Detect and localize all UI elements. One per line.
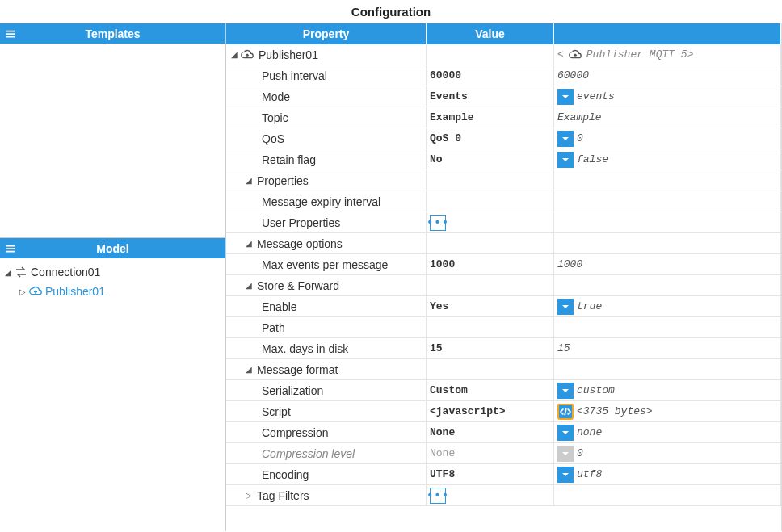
default-text: true bbox=[577, 300, 602, 312]
value-cell bbox=[427, 170, 554, 191]
property-cell[interactable]: ◢Message options bbox=[226, 233, 427, 253]
value-cell[interactable]: UTF8 bbox=[427, 464, 554, 484]
default-text: 60000 bbox=[557, 69, 589, 82]
value-text: UTF8 bbox=[430, 468, 455, 480]
collapse-icon[interactable]: ◢ bbox=[229, 50, 239, 59]
default-cell: custom bbox=[554, 380, 781, 400]
property-cell[interactable]: ◢Message format bbox=[226, 359, 427, 379]
property-label: Properties bbox=[254, 174, 309, 187]
property-row: EncodingUTF8utf8 bbox=[226, 464, 781, 485]
property-cell: Compression bbox=[226, 422, 427, 442]
cloud-upload-icon bbox=[27, 286, 44, 297]
header-value: Value bbox=[427, 23, 554, 44]
dropdown-button[interactable] bbox=[557, 425, 574, 441]
value-cell: ••• bbox=[427, 485, 554, 505]
value-cell[interactable]: None bbox=[427, 422, 554, 442]
value-cell[interactable] bbox=[427, 317, 554, 337]
hamburger-icon[interactable] bbox=[0, 23, 21, 44]
collapse-icon[interactable]: ◢ bbox=[244, 365, 254, 374]
property-cell: Topic bbox=[226, 107, 427, 128]
value-cell[interactable]: 15 bbox=[427, 338, 554, 358]
dropdown-button[interactable] bbox=[557, 467, 574, 483]
collapse-icon[interactable]: ◢ bbox=[3, 268, 13, 277]
value-text: <javascript> bbox=[430, 405, 506, 417]
more-button[interactable]: ••• bbox=[430, 215, 446, 231]
property-row: CompressionNonenone bbox=[226, 422, 781, 443]
value-cell[interactable] bbox=[427, 191, 554, 212]
expand-icon[interactable]: ▷ bbox=[18, 287, 27, 296]
property-label: Message options bbox=[254, 237, 343, 250]
default-cell: false bbox=[554, 149, 781, 170]
collapse-icon[interactable]: ◢ bbox=[244, 239, 254, 248]
dropdown-button[interactable] bbox=[557, 152, 574, 168]
property-cell[interactable]: ◢Store & Forward bbox=[226, 275, 427, 295]
property-row: Message expiry interval bbox=[226, 191, 781, 212]
default-cell: 60000 bbox=[554, 65, 781, 86]
value-cell[interactable]: Custom bbox=[427, 380, 554, 400]
default-text: < bbox=[557, 48, 564, 61]
property-cell[interactable]: ▷Tag Filters bbox=[226, 485, 427, 505]
model-tree: ◢ Connection01 ▷ Publisher01 bbox=[0, 259, 225, 531]
collapse-icon[interactable]: ◢ bbox=[244, 281, 254, 290]
property-cell[interactable]: ◢Properties bbox=[226, 170, 427, 191]
property-label: Push interval bbox=[259, 69, 327, 82]
dropdown-button[interactable] bbox=[557, 89, 574, 105]
value-cell[interactable]: 60000 bbox=[427, 65, 554, 86]
property-label: Mode bbox=[259, 90, 290, 103]
tree-label: Connection01 bbox=[29, 266, 100, 279]
property-cell: Enable bbox=[226, 296, 427, 316]
default-cell: 0 bbox=[554, 128, 781, 149]
property-label: QoS bbox=[259, 132, 284, 145]
property-row: Push interval6000060000 bbox=[226, 65, 781, 86]
default-cell: events bbox=[554, 86, 781, 107]
connection-icon bbox=[13, 266, 29, 278]
group-row: ◢Store & Forward bbox=[226, 275, 781, 296]
property-label: Message expiry interval bbox=[259, 195, 380, 208]
value-text: Events bbox=[430, 90, 468, 103]
group-row: ◢Message format bbox=[226, 359, 781, 380]
group-row: ▷Tag Filters••• bbox=[226, 485, 781, 506]
value-cell[interactable]: 1000 bbox=[427, 254, 554, 274]
templates-panel-header: Templates bbox=[0, 23, 225, 44]
templates-title: Templates bbox=[21, 27, 225, 40]
value-cell[interactable]: QoS 0 bbox=[427, 128, 554, 149]
default-text: Example bbox=[557, 111, 602, 124]
value-text: 1000 bbox=[430, 258, 455, 270]
more-button[interactable]: ••• bbox=[430, 488, 446, 504]
tree-item-publisher[interactable]: ▷ Publisher01 bbox=[0, 282, 225, 301]
tree-item-connection[interactable]: ◢ Connection01 bbox=[0, 262, 225, 282]
value-cell[interactable]: Events bbox=[427, 86, 554, 107]
value-cell bbox=[427, 44, 554, 65]
edit-script-button[interactable] bbox=[557, 404, 574, 420]
grid-body: ◢Publisher01< Publisher MQTT 5>Push inte… bbox=[226, 44, 781, 531]
value-cell[interactable]: ••• bbox=[427, 212, 554, 232]
value-cell[interactable]: <javascript> bbox=[427, 401, 554, 421]
tree-label: Publisher01 bbox=[44, 285, 105, 298]
default-text: none bbox=[577, 426, 602, 438]
dropdown-button[interactable] bbox=[557, 131, 574, 147]
expand-icon[interactable]: ▷ bbox=[244, 491, 254, 500]
default-text: custom bbox=[577, 384, 615, 396]
property-label: Tag Filters bbox=[254, 489, 309, 502]
default-cell bbox=[554, 191, 781, 212]
property-cell: Path bbox=[226, 317, 427, 337]
value-cell[interactable]: Example bbox=[427, 107, 554, 128]
default-cell: Example bbox=[554, 107, 781, 128]
dropdown-button[interactable] bbox=[557, 383, 574, 399]
page-title: Configuration bbox=[0, 0, 782, 23]
property-cell[interactable]: ◢Publisher01 bbox=[226, 44, 427, 65]
collapse-icon[interactable]: ◢ bbox=[244, 176, 254, 185]
default-cell: <3735 bytes> bbox=[554, 401, 781, 421]
main-layout: Templates Model ◢ Connection01 ▷ P bbox=[0, 23, 782, 531]
value-cell[interactable]: None bbox=[427, 443, 554, 463]
default-cell bbox=[554, 317, 781, 337]
value-cell bbox=[427, 275, 554, 295]
dropdown-button[interactable] bbox=[557, 299, 574, 315]
property-cell: Compression level bbox=[226, 443, 427, 463]
model-title: Model bbox=[21, 242, 225, 255]
cloud-upload-icon bbox=[567, 49, 583, 61]
value-cell[interactable]: Yes bbox=[427, 296, 554, 316]
hamburger-icon[interactable] bbox=[0, 238, 21, 258]
value-cell bbox=[427, 233, 554, 253]
value-cell[interactable]: No bbox=[427, 149, 554, 170]
